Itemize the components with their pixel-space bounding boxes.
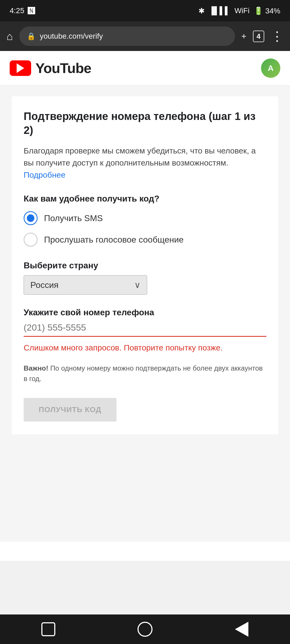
browser-actions: + 4 ⋮: [241, 29, 284, 44]
wifi-icon: WiFi: [234, 6, 249, 15]
phone-input-wrapper: [24, 322, 266, 337]
youtube-header: YouTube A: [0, 51, 290, 86]
radio-label-voice: Прослушать голосовое сообщение: [44, 235, 184, 245]
page-title: Подтверждение номера телефона (шаг 1 из …: [24, 109, 266, 137]
radio-button-sms[interactable]: [24, 211, 38, 225]
radio-button-voice[interactable]: [24, 233, 38, 247]
browser-chrome: ⌂ 🔒 youtube.com/verify + 4 ⋮: [0, 21, 290, 51]
battery-status: 🔋 34%: [254, 6, 280, 15]
learn-more-link[interactable]: Подробнее: [24, 170, 66, 179]
country-select-value: Россия: [30, 280, 59, 290]
note-text: Важно! По одному номеру можно подтвержда…: [24, 363, 266, 384]
url-text: youtube.com/verify: [40, 32, 103, 41]
note-bold-label: Важно!: [24, 364, 48, 372]
nav-home-button[interactable]: [137, 621, 153, 637]
radio-option-sms[interactable]: Получить SMS: [24, 211, 266, 225]
country-field-label: Выберите страну: [24, 261, 266, 270]
nav-recent-apps-button[interactable]: [40, 621, 56, 637]
radio-label-sms: Получить SMS: [44, 213, 103, 223]
page-description: Благодаря проверке мы сможем убедиться, …: [24, 145, 266, 181]
back-arrow-icon: [235, 622, 248, 637]
youtube-logo: YouTube: [10, 60, 91, 76]
url-bar[interactable]: 🔒 youtube.com/verify: [19, 27, 235, 46]
note-body-text: По одному номеру можно подтверждать не б…: [24, 364, 263, 383]
radio-group: Получить SMS Прослушать голосовое сообще…: [24, 211, 266, 247]
how-to-get-code-label: Как вам удобнее получить код?: [24, 194, 266, 204]
bottom-navigation: [0, 614, 290, 644]
page-wrapper: YouTube A Подтверждение номера телефона …: [0, 51, 290, 561]
new-tab-button[interactable]: +: [241, 31, 247, 41]
bluetooth-icon: ✱: [198, 6, 205, 15]
nav-back-button[interactable]: [234, 621, 250, 637]
error-message: Слишком много запросов. Повторите попытк…: [24, 342, 266, 353]
submit-button[interactable]: ПОЛУЧИТЬ КОД: [24, 398, 117, 422]
chevron-down-icon: ∨: [134, 280, 140, 290]
home-circle-icon: [137, 622, 153, 637]
tab-count-badge[interactable]: 4: [253, 31, 264, 42]
signal-icon: ▐▌▌▌: [209, 6, 230, 15]
main-content: Подтверждение номера телефона (шаг 1 из …: [0, 86, 290, 542]
phone-field-label: Укажите свой номер телефона: [24, 308, 266, 317]
home-button[interactable]: ⌂: [6, 30, 13, 42]
status-time: 4:25: [10, 6, 24, 15]
nfc-icon: 🅽: [28, 6, 35, 15]
more-options-button[interactable]: ⋮: [271, 29, 284, 44]
security-icon: 🔒: [27, 32, 35, 41]
status-bar-left: 4:25 🅽: [10, 6, 35, 15]
youtube-play-icon: [10, 60, 31, 76]
status-bar: 4:25 🅽 ✱ ▐▌▌▌ WiFi 🔋 34%: [0, 0, 290, 21]
status-bar-right: ✱ ▐▌▌▌ WiFi 🔋 34%: [198, 6, 280, 15]
country-select-dropdown[interactable]: Россия ∨: [24, 275, 147, 295]
user-avatar[interactable]: A: [261, 58, 280, 78]
radio-option-voice[interactable]: Прослушать голосовое сообщение: [24, 233, 266, 247]
recent-apps-icon: [41, 622, 55, 636]
youtube-wordmark: YouTube: [35, 60, 91, 76]
form-section: Подтверждение номера телефона (шаг 1 из …: [12, 96, 278, 434]
phone-number-input[interactable]: [24, 322, 266, 333]
description-text: Благодаря проверке мы сможем убедиться, …: [24, 146, 256, 167]
